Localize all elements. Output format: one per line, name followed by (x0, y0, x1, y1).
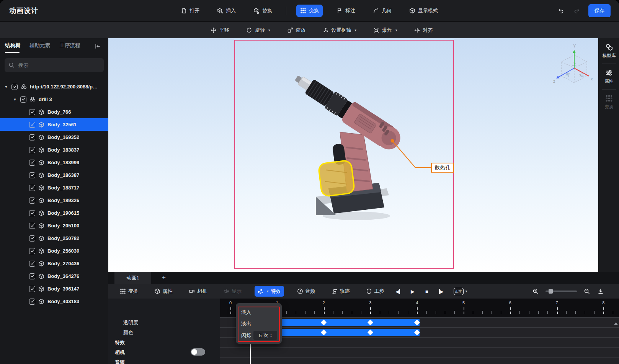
sidebar-tab-2[interactable]: 工序流程 (60, 42, 80, 53)
tree-item[interactable]: ▼Body_169352 (0, 131, 108, 144)
cube-button[interactable]: 显示模式 (405, 5, 442, 17)
file-open-button[interactable]: 打开 (177, 5, 203, 17)
right-rail: 模型库属性变换 (598, 38, 619, 272)
checkbox[interactable] (29, 198, 35, 204)
scrollbar-up-arrow[interactable] (614, 322, 618, 325)
tab-animation-1[interactable]: 动画1 (114, 272, 151, 284)
tree-item[interactable]: ▼http://10.122.92.200:8088/pack... (0, 80, 108, 93)
tree-item[interactable]: ▼Body_364276 (0, 270, 108, 282)
sidebar-tab-1[interactable]: 辅助元素 (30, 42, 51, 53)
search-input[interactable] (18, 62, 88, 69)
rail-item-transform-grid[interactable]: 变换 (599, 90, 619, 115)
transform-grid-button[interactable]: 变换 (296, 5, 323, 17)
tree-item[interactable]: ▼drill 3 (0, 93, 108, 106)
move-button[interactable]: 平移 (207, 24, 233, 36)
checkbox[interactable] (29, 223, 35, 229)
tree-item-label: Body_32561 (47, 122, 77, 127)
tree-item[interactable]: ▼Body_766 (0, 106, 108, 118)
play-button[interactable]: ▶ (410, 288, 415, 295)
flag-button[interactable]: 标注 (333, 5, 359, 17)
zoom-in-button[interactable] (532, 287, 539, 295)
shield-track-button[interactable]: 工步 (363, 286, 387, 297)
camera-toggle[interactable] (191, 348, 205, 356)
check-icon (21, 97, 26, 101)
add-animation-button[interactable]: + (160, 273, 168, 282)
redo-button[interactable] (572, 6, 581, 15)
menu-item-flash[interactable]: 闪烁 (241, 332, 251, 339)
sidebar-tab-0[interactable]: 结构树 (5, 42, 21, 53)
tree-item[interactable]: ▼Body_186387 (0, 169, 108, 181)
camera-track-button[interactable]: 相机 (186, 286, 210, 297)
rail-item-properties-sliders[interactable]: 属性 (599, 64, 619, 89)
tree-item[interactable]: ▼Body_183999 (0, 156, 108, 169)
menu-item-fade-in[interactable]: 淡入 (241, 309, 251, 316)
arc-button[interactable]: 几何 (369, 5, 395, 17)
tree-item[interactable]: ▼Body_205100 (0, 219, 108, 232)
checkbox[interactable] (11, 84, 18, 90)
spinner-chevrons-icon[interactable]: ▴▾ (270, 333, 272, 337)
flash-count-spinner[interactable]: 5 次 ▴▾ (253, 331, 277, 340)
export-button[interactable] (597, 287, 604, 295)
track-label-column: 透明度颜色特效相机音频 (108, 299, 220, 364)
checkbox[interactable] (29, 286, 35, 292)
stop-button[interactable]: ■ (425, 288, 429, 295)
viewport-3d[interactable]: 散热孔 上 前 右 Y z x (108, 38, 598, 272)
cube-swap-button[interactable]: 替换 (250, 5, 276, 17)
transform-grid-track-button[interactable]: 变换 (117, 286, 141, 297)
axis-z-label: z (553, 79, 555, 83)
tree-item[interactable]: ▼Body_188717 (0, 181, 108, 194)
drill-model[interactable] (292, 69, 407, 230)
tree-item[interactable]: ▼Body_183837 (0, 144, 108, 156)
checkbox[interactable] (29, 185, 35, 191)
checkbox[interactable] (29, 147, 35, 153)
tree-expand-caret[interactable]: ▼ (13, 98, 17, 101)
tree-item[interactable]: ▼Body_396147 (0, 282, 108, 295)
tree-item[interactable]: ▼Body_189326 (0, 194, 108, 207)
checkbox[interactable] (29, 172, 35, 178)
path-track-button[interactable]: 轨迹 (328, 286, 353, 297)
explode-button[interactable]: 爆炸▾ (369, 24, 401, 36)
playback-speed-selector[interactable]: 正常 ▾ (454, 288, 467, 295)
zoom-slider[interactable] (546, 291, 577, 292)
scale-button[interactable]: 缩放 (283, 24, 310, 36)
tree-item[interactable]: ▼Body_250782 (0, 232, 108, 245)
checkbox[interactable] (29, 122, 35, 128)
collapse-panel-button[interactable] (92, 43, 103, 50)
checkbox[interactable] (29, 235, 35, 242)
menu-item-fade-out[interactable]: 淡出 (241, 320, 251, 327)
undo-button[interactable] (556, 6, 565, 15)
tree-item[interactable]: ▼Body_256030 (0, 245, 108, 257)
playhead-line[interactable] (250, 344, 251, 364)
zoom-out-button[interactable] (583, 287, 591, 295)
speaker-track-button[interactable]: 显示 (220, 286, 245, 297)
rotate-button[interactable]: 旋转▾ (242, 24, 274, 36)
effects-track-button[interactable]: ▾特效 (255, 286, 284, 297)
navigation-cube[interactable]: 上 前 右 Y z x (549, 43, 598, 96)
cube-track-button[interactable]: 属性 (151, 286, 176, 297)
step-forward-button[interactable]: ▶ (438, 288, 444, 295)
checkbox[interactable] (29, 134, 35, 140)
checkbox[interactable] (29, 210, 35, 216)
tree-item[interactable]: ▼Body_403183 (0, 295, 108, 308)
checkbox[interactable] (29, 160, 35, 166)
checkbox[interactable] (29, 109, 35, 115)
checkbox[interactable] (29, 299, 35, 305)
highlighted-part[interactable] (318, 160, 355, 197)
audio-track-button[interactable]: 音频 (294, 286, 318, 297)
annotation-label[interactable]: 散热孔 (431, 163, 454, 173)
checkbox[interactable] (29, 273, 35, 279)
step-back-button[interactable]: ◀ (395, 288, 401, 295)
tree-item[interactable]: ▼Body_32561 (0, 118, 108, 131)
checkbox[interactable] (29, 248, 35, 254)
save-button[interactable]: 保存 (588, 4, 611, 17)
pivot-button[interactable]: 设置枢轴▾ (319, 24, 361, 36)
tree-item[interactable]: ▼Body_270436 (0, 257, 108, 270)
checkbox[interactable] (29, 261, 35, 267)
zoom-slider-knob[interactable] (549, 289, 553, 294)
tree-item[interactable]: ▼Body_190615 (0, 207, 108, 219)
checkbox[interactable] (20, 96, 26, 103)
align-button[interactable]: 对齐 (410, 24, 437, 36)
cube-plus-button[interactable]: 插入 (213, 5, 240, 17)
tree-expand-caret[interactable]: ▼ (4, 85, 8, 89)
rail-item-model-library[interactable]: 模型库 (599, 38, 619, 64)
